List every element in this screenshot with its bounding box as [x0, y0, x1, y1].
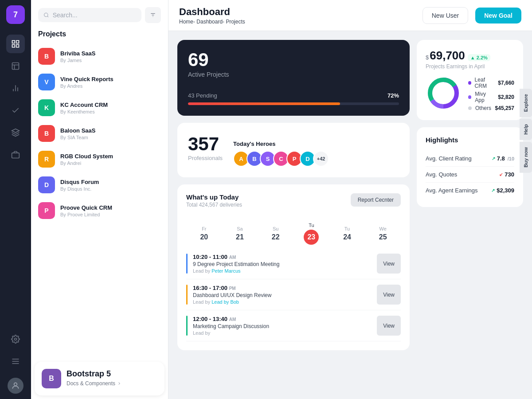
project-panel: Projects B Briviba SaaS By James V Vine …: [31, 0, 168, 399]
donut-chart: [426, 75, 461, 111]
search-bar: [31, 0, 168, 30]
highlight-value: ↗ 7.8/10: [492, 155, 514, 162]
highlight-label: Avg. Agent Earnings: [426, 187, 478, 194]
pending-pct: 72%: [387, 92, 399, 99]
day-name: Sa: [224, 226, 256, 231]
event-item: 16:30 - 17:00 PM Dashboard UI/UX Design …: [186, 279, 401, 310]
topbar-title-area: Dashboard Home- Dashboard- Projects: [179, 6, 415, 25]
breadcrumb: Home- Dashboard- Projects: [179, 19, 415, 25]
help-tab[interactable]: Help: [520, 119, 532, 140]
svg-rect-1: [16, 41, 19, 43]
highlight-row: Avg. Agent Earnings ↗ $2,309: [426, 183, 514, 198]
svg-rect-9: [12, 153, 20, 158]
event-time: 10:20 - 11:00 AM: [193, 254, 372, 260]
sidebar-item-grid[interactable]: [6, 57, 25, 75]
calendar-row: Fr20Sa21Su22Tu23Tu24We25: [186, 219, 401, 248]
project-info: Proove Quick CRM By Proove Limited: [60, 204, 161, 217]
event-ampm: PM: [229, 286, 236, 291]
active-projects-number: 69: [188, 51, 399, 69]
svg-rect-4: [12, 63, 19, 70]
professionals-card: 357 Professionals Today's Heroes ABSCPD+…: [177, 123, 410, 177]
report-center-button[interactable]: Report Cecnter: [351, 193, 401, 207]
svg-rect-3: [12, 45, 15, 47]
explore-tab[interactable]: Explore: [520, 89, 532, 117]
list-item[interactable]: K KC Account CRM By Keenthemes: [35, 95, 164, 121]
legend-amount: $45,257: [495, 105, 514, 111]
list-item[interactable]: B Baloon SaaS By SIA Team: [35, 121, 164, 146]
project-logo: B: [38, 125, 55, 142]
sidebar-item-menu[interactable]: [6, 352, 25, 371]
chevron-right-icon: [117, 381, 121, 386]
earnings-badge: ▲ 2.2%: [468, 54, 490, 61]
svg-rect-2: [16, 45, 19, 47]
calendar-day[interactable]: Tu23: [293, 219, 329, 248]
project-info: Briviba SaaS By James: [60, 50, 161, 63]
legend-amount: $2,820: [498, 94, 514, 100]
project-info: Disqus Forum By Disqus Inc.: [60, 179, 161, 192]
sidebar-item-settings[interactable]: [6, 330, 25, 348]
day-number: 25: [367, 233, 399, 241]
day-number: 21: [224, 233, 256, 241]
svg-marker-8: [12, 129, 20, 133]
progress-bar-wrap: [188, 102, 399, 105]
legend-item: Others $45,257: [468, 105, 514, 111]
highlight-sub: /10: [508, 156, 514, 161]
view-button[interactable]: View: [377, 316, 401, 336]
highlights-card: Highlights Avg. Client Rating ↗ 7.8/10 A…: [417, 127, 523, 207]
list-item[interactable]: V Vine Quick Reports By Andres: [35, 69, 164, 95]
calendar-day[interactable]: Fr20: [186, 223, 222, 245]
new-goal-button[interactable]: New Goal: [475, 8, 521, 23]
legend-name: Leaf CRM: [475, 77, 495, 89]
list-item[interactable]: D Disqus Forum By Disqus Inc.: [35, 172, 164, 198]
filter-button[interactable]: [145, 7, 161, 23]
event-name: Dashboard UI/UX Design Review: [193, 292, 372, 298]
project-by: By SIA Team: [60, 135, 161, 140]
bootstrap-name: Bootstrap 5: [66, 369, 121, 379]
calendar-day[interactable]: We25: [365, 223, 401, 245]
search-input[interactable]: [53, 12, 136, 19]
project-logo: R: [38, 151, 55, 168]
new-user-button[interactable]: New User: [422, 7, 468, 24]
list-item[interactable]: P Proove Quick CRM By Proove Limited: [35, 198, 164, 223]
user-avatar[interactable]: [8, 378, 23, 394]
highlight-value: ↙ 730: [499, 171, 514, 178]
sidebar-item-briefcase[interactable]: [6, 145, 25, 164]
project-logo: K: [38, 99, 55, 116]
legend-name: Others: [475, 105, 491, 111]
main-content: Dashboard Home- Dashboard- Projects New …: [168, 0, 532, 399]
project-list: B Briviba SaaS By James V Vine Quick Rep…: [31, 43, 168, 358]
sidebar-item-layers[interactable]: [6, 123, 25, 142]
sidebar-item-dashboard[interactable]: [6, 35, 25, 53]
svg-rect-0: [12, 41, 15, 43]
event-bar: [186, 316, 188, 336]
docs-link[interactable]: Docs & Components: [66, 379, 121, 388]
earnings-card: $ 69,700 ▲ 2.2% Projects Earnings in Apr…: [417, 40, 523, 120]
event-lead: Lead by Lead by Bob: [193, 299, 372, 305]
pending-label: 43 Pending: [188, 92, 217, 99]
trend-icon: ↙: [499, 172, 503, 177]
bootstrap-banner: B Bootstrap 5 Docs & Components: [35, 362, 164, 395]
event-lead-link[interactable]: Peter Marcus: [211, 268, 240, 274]
view-button[interactable]: View: [377, 285, 401, 305]
view-button[interactable]: View: [377, 254, 401, 274]
calendar-day[interactable]: Tu24: [329, 223, 365, 245]
project-info: Baloon SaaS By SIA Team: [60, 127, 161, 140]
project-info: KC Account CRM By Keenthemes: [60, 102, 161, 114]
project-logo: D: [38, 176, 55, 193]
highlight-value: ↗ $2,309: [491, 187, 514, 194]
event-item: 10:20 - 11:00 AM 9 Degree Project Estima…: [186, 248, 401, 279]
calendar-day[interactable]: Sa21: [222, 223, 258, 245]
search-input-wrap[interactable]: [38, 8, 141, 22]
sidebar-item-check[interactable]: [6, 101, 25, 120]
sidebar-item-chart[interactable]: [6, 79, 25, 98]
list-item[interactable]: R RGB Cloud System By Andrei: [35, 146, 164, 172]
trend-icon: ↗: [491, 188, 495, 193]
list-item[interactable]: B Briviba SaaS By James: [35, 43, 164, 69]
project-name: RGB Cloud System: [60, 153, 161, 160]
buynow-tab[interactable]: Buy now: [520, 142, 532, 173]
project-by: By Disqus Inc.: [60, 186, 161, 192]
event-lead-link[interactable]: Lead by Bob: [211, 299, 239, 305]
highlight-row: Avg. Client Rating ↗ 7.8/10: [426, 151, 514, 167]
user-number-badge[interactable]: 7: [6, 5, 25, 24]
calendar-day[interactable]: Su22: [258, 223, 293, 245]
